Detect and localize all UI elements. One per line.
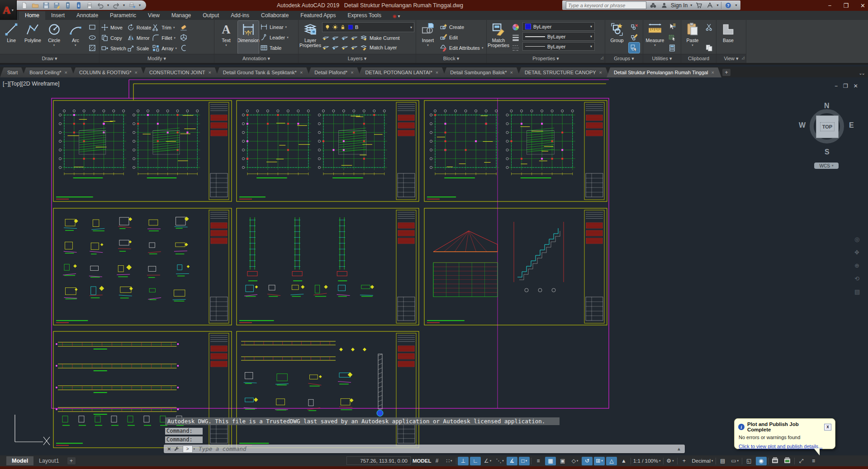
quick-properties-toggle[interactable]: ▤: [717, 457, 728, 465]
model-space-canvas[interactable]: [0, 77, 868, 455]
ribbon-tab-add-ins[interactable]: Add-ins: [225, 11, 255, 20]
layout-tab-model[interactable]: Model: [6, 456, 33, 465]
modify-stretch-button[interactable]: Stretch: [101, 43, 126, 53]
viewcube-top-face[interactable]: TOP: [816, 115, 839, 138]
file-tab-overflow-icon[interactable]: ⌄⌄: [859, 71, 864, 76]
file-tab-board-ceiling-[interactable]: Board Ceiling*×: [22, 67, 75, 77]
redo-button[interactable]: [112, 1, 120, 9]
file-tab-detail-structure-canopy[interactable]: DETAIL STRUCTURE CANOPY×: [517, 67, 609, 77]
new-file-button[interactable]: [20, 1, 28, 9]
file-tab-close-icon[interactable]: ×: [510, 67, 512, 77]
dynamic-input-toggle[interactable]: ⊞▾: [594, 457, 605, 465]
annotation-table-button[interactable]: Table: [260, 43, 289, 53]
plot-job-toggle[interactable]: [770, 457, 781, 465]
close-button[interactable]: ✕: [860, 2, 865, 9]
sign-in-button[interactable]: Sign In: [671, 2, 688, 9]
make-current-button[interactable]: [360, 34, 368, 42]
open-file-button[interactable]: [31, 1, 39, 9]
layer-unisolate-button[interactable]: [332, 43, 339, 51]
layer-off-button[interactable]: [322, 34, 330, 42]
file-tab-close-icon[interactable]: ×: [65, 67, 67, 77]
ribbon-tab-output[interactable]: Output: [197, 11, 225, 20]
command-close-icon[interactable]: ×: [164, 445, 174, 452]
viewcube-wcs-menu[interactable]: WCS▾: [814, 163, 839, 169]
view-base-button[interactable]: Base: [718, 21, 739, 54]
panel-title-groups[interactable]: Groups ▾: [605, 54, 643, 63]
plot-details-toggle[interactable]: [782, 457, 793, 465]
annotation-leader-button[interactable]: Leader▾: [260, 32, 289, 43]
drawing-close-button[interactable]: ✕: [854, 83, 858, 89]
osnap-tracking-toggle[interactable]: ∡: [507, 457, 517, 465]
modify-erase-button[interactable]: [178, 22, 189, 32]
redo-chevron-icon[interactable]: ▾: [123, 3, 125, 7]
file-tab-detail-sambungan-balok-[interactable]: Detail Sambungan Balok*×: [443, 67, 520, 77]
modify-fillet-button[interactable]: Fillet▾: [152, 33, 177, 43]
panel-title-clipboard[interactable]: Clipboard: [681, 54, 716, 63]
panel-title-view[interactable]: View ▾◿: [716, 54, 746, 63]
draw-circle-button[interactable]: Circle▾: [44, 21, 64, 54]
zoom-icon[interactable]: ⊕: [854, 262, 860, 269]
search-icon[interactable]: [649, 1, 657, 10]
file-tab-close-icon[interactable]: ×: [599, 67, 602, 77]
properties-linetype-icon-button[interactable]: [510, 43, 521, 53]
clean-screen-toggle[interactable]: ⤢: [796, 457, 807, 465]
layer-freeze-button[interactable]: [341, 34, 349, 42]
properties-lineweight-icon-button[interactable]: [510, 32, 521, 43]
annotation-monitor-toggle[interactable]: +: [679, 457, 690, 465]
file-tab-close-icon[interactable]: ×: [436, 67, 438, 77]
file-tab-close-icon[interactable]: ×: [300, 67, 303, 77]
draw-arc-button[interactable]: Arc▾: [66, 21, 85, 54]
annotation-scale-control[interactable]: 1:1 / 100%▾: [632, 457, 662, 465]
panel-title-modify[interactable]: Modify ▾: [100, 54, 214, 63]
panel-title-layers[interactable]: Layers ▾: [299, 54, 416, 63]
properties-match-properties-button[interactable]: Match Properties: [488, 21, 509, 54]
block-insert-button[interactable]: Insert▾: [417, 21, 438, 54]
modify-explode-button[interactable]: [178, 32, 189, 43]
command-input[interactable]: Type a command: [199, 445, 677, 452]
notification-close-button[interactable]: x: [824, 424, 831, 431]
groups-group-toggle-button[interactable]: [629, 43, 640, 53]
draw-hatch-tool-button[interactable]: [87, 43, 98, 53]
groups-group-edit-button[interactable]: [629, 32, 640, 43]
modify-array-button[interactable]: Array▾: [152, 43, 177, 53]
file-tab-detail-struktur-penulangan-rumah-tinggal[interactable]: Detail Struktur Penulangan Rumah Tinggal…: [607, 67, 721, 77]
open-web-mobile-button[interactable]: [64, 1, 71, 9]
panel-title-annotation[interactable]: Annotation ▾: [214, 54, 298, 63]
orbit-icon[interactable]: ⟲: [854, 275, 860, 282]
file-tab-detail-potongan-lantai-[interactable]: DETAIL POTONGAN LANTAI*×: [358, 67, 446, 77]
block-create-button[interactable]: Create: [440, 22, 483, 32]
file-tab-close-icon[interactable]: ×: [208, 67, 211, 77]
help-icon[interactable]: ?: [724, 1, 732, 10]
ribbon-tab-parametric[interactable]: Parametric: [104, 11, 142, 20]
modify-trim-button[interactable]: Trim▾: [152, 22, 177, 33]
draw-line-button[interactable]: Line: [1, 21, 21, 54]
snap-mode-toggle[interactable]: ∷▾: [444, 457, 455, 465]
clipboard-copy-clip-button[interactable]: [704, 43, 715, 53]
batch-plot-button[interactable]: [128, 1, 136, 9]
panel-title-draw[interactable]: Draw ▾: [0, 54, 99, 63]
ribbon-tab-manage[interactable]: Manage: [166, 11, 197, 20]
utilities-quick-select-button[interactable]: [667, 22, 678, 32]
app-store-cart-icon[interactable]: [695, 1, 703, 10]
restore-button[interactable]: ❐: [843, 2, 849, 9]
groups-ungroup-button[interactable]: [629, 22, 640, 32]
object-snap-toggle[interactable]: □▾: [519, 457, 530, 465]
new-layout-button[interactable]: +: [67, 457, 76, 464]
property-select-2[interactable]: ByLayer▾: [522, 42, 595, 51]
model-space-badge[interactable]: MODEL: [413, 455, 432, 466]
annotation-text-button[interactable]: AText▾: [216, 21, 237, 54]
grid-display-toggle[interactable]: #: [432, 457, 442, 465]
graphics-performance-toggle[interactable]: ◉: [756, 457, 767, 465]
units-control[interactable]: Decimal▾: [691, 457, 714, 465]
clipboard-paste-button[interactable]: Paste▾: [683, 21, 702, 54]
transparency-toggle[interactable]: ▦: [545, 457, 556, 465]
file-tab-detail-plafond-[interactable]: Detail Plafond*×: [307, 67, 360, 77]
help-chevron-icon[interactable]: ▾: [735, 3, 737, 7]
modify-move-button[interactable]: Move: [101, 22, 126, 33]
plot-button[interactable]: [85, 1, 93, 9]
drawing-minimize-button[interactable]: −: [835, 83, 838, 89]
lineweight-display-toggle[interactable]: ≡: [533, 457, 544, 465]
ribbon-options-toggle[interactable]: ◉ ▾: [390, 14, 403, 20]
layer-unlock-button[interactable]: [351, 43, 358, 51]
panel-expander-icon[interactable]: ◿: [742, 53, 745, 62]
